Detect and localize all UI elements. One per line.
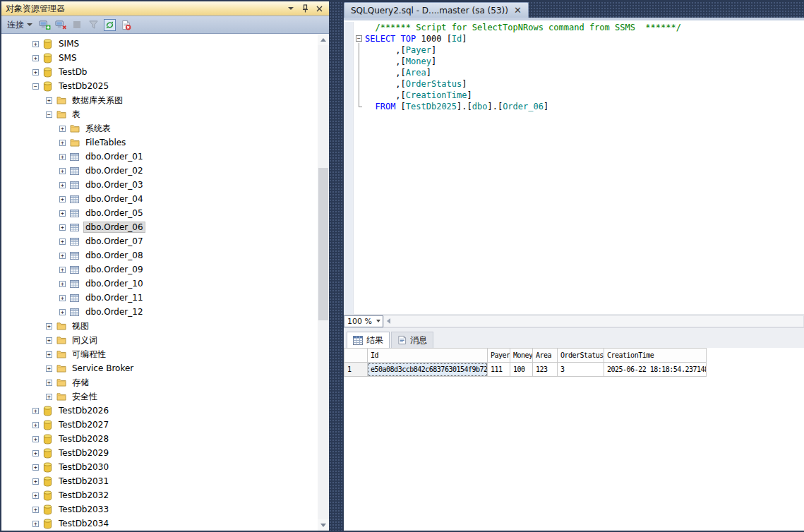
grid-column-header-Money[interactable]: Money	[510, 349, 533, 363]
tree-vertical-scrollbar[interactable]	[318, 34, 329, 531]
grid-cell[interactable]: 111	[488, 363, 510, 377]
expand-toggle-icon[interactable]: +	[32, 422, 39, 428]
script-error-icon[interactable]	[119, 18, 132, 31]
tree-item-存储[interactable]: +存储	[1, 375, 318, 389]
expand-toggle-icon[interactable]: +	[32, 507, 39, 513]
grid-cell[interactable]: 2025-06-22 18:18:54.2371483	[604, 363, 707, 377]
expand-toggle-icon[interactable]: +	[46, 394, 52, 400]
expand-toggle-icon[interactable]: +	[59, 267, 66, 273]
expand-toggle-icon[interactable]: +	[46, 323, 52, 330]
collapse-minus-icon[interactable]: −	[356, 35, 362, 42]
expand-toggle-icon[interactable]: +	[59, 196, 66, 202]
tree-item-TestDb2028[interactable]: +TestDb2028	[1, 432, 318, 446]
expand-toggle-icon[interactable]: +	[59, 168, 66, 174]
tree-item-SIMS[interactable]: +SIMS	[1, 37, 318, 51]
tree-item-表[interactable]: −表	[1, 107, 318, 121]
expand-toggle-icon[interactable]: +	[59, 140, 66, 146]
close-icon[interactable]	[313, 4, 325, 13]
expand-toggle-icon[interactable]: −	[46, 111, 52, 118]
expand-toggle-icon[interactable]: −	[32, 83, 39, 90]
tree-item-dbo.Order_02[interactable]: +dbo.Order_02	[1, 164, 318, 178]
grid-column-header-CreationTime[interactable]: CreationTime	[604, 349, 707, 363]
scroll-up-icon[interactable]	[318, 34, 329, 45]
scroll-left-icon[interactable]	[387, 318, 390, 324]
grid-row-header[interactable]: 1	[344, 363, 368, 377]
connect-server-icon[interactable]	[38, 18, 51, 31]
editor-horizontal-scrollbar[interactable]	[383, 315, 804, 327]
grid-column-header-Payer[interactable]: Payer	[488, 349, 510, 363]
tree-item-TestDb2030[interactable]: +TestDb2030	[1, 460, 318, 474]
stop-icon[interactable]	[71, 18, 83, 31]
tree-item-系统表[interactable]: +系统表	[1, 121, 318, 135]
expand-toggle-icon[interactable]: +	[59, 154, 66, 160]
grid-cell[interactable]: 123	[533, 363, 558, 377]
tree-item-TestDb2034[interactable]: +TestDb2034	[1, 516, 318, 531]
grid-column-header-Id[interactable]: Id	[368, 349, 488, 363]
expand-toggle-icon[interactable]: +	[59, 210, 66, 217]
expand-toggle-icon[interactable]: +	[32, 521, 39, 527]
expand-toggle-icon[interactable]: +	[59, 253, 66, 259]
tree-item-dbo.Order_10[interactable]: +dbo.Order_10	[1, 277, 318, 291]
tree-item-TestDb2029[interactable]: +TestDb2029	[1, 446, 318, 460]
grid-cell[interactable]: 3	[558, 363, 604, 377]
refresh-icon[interactable]	[103, 18, 116, 31]
chevron-down-icon[interactable]	[285, 4, 296, 13]
expand-toggle-icon[interactable]: +	[46, 337, 52, 344]
tree-item-dbo.Order_08[interactable]: +dbo.Order_08	[1, 248, 318, 262]
grid-cell[interactable]: 100	[510, 363, 533, 377]
pin-icon[interactable]	[299, 4, 311, 13]
grid-corner[interactable]	[344, 349, 368, 363]
expand-toggle-icon[interactable]: +	[59, 281, 66, 287]
expand-toggle-icon[interactable]: +	[59, 238, 66, 245]
expand-toggle-icon[interactable]: +	[46, 380, 52, 386]
expand-toggle-icon[interactable]: +	[46, 365, 52, 372]
tree-item-dbo.Order_07[interactable]: +dbo.Order_07	[1, 234, 318, 248]
tree-item-TestDb2033[interactable]: +TestDb2033	[1, 502, 318, 516]
filter-icon[interactable]	[87, 18, 100, 31]
tree-item-Service-Broker[interactable]: +Service Broker	[1, 361, 318, 375]
tree-item-dbo.Order_09[interactable]: +dbo.Order_09	[1, 262, 318, 277]
tree-item-SMS[interactable]: +SMS	[1, 51, 318, 65]
tree-item-TestDb[interactable]: +TestDb	[1, 65, 318, 79]
expand-toggle-icon[interactable]: +	[46, 97, 52, 104]
tree-item-FileTables[interactable]: +FileTables	[1, 135, 318, 150]
panel-splitter[interactable]	[329, 1, 344, 531]
grid-column-header-Area[interactable]: Area	[533, 349, 558, 363]
scrollbar-thumb[interactable]	[318, 168, 328, 320]
results-tab-结果[interactable]: 结果	[347, 332, 390, 348]
close-icon[interactable]: ✕	[514, 6, 522, 15]
grid-cell-selected[interactable]: e50a08d3ccb842c6837630154f9b724a	[368, 363, 488, 377]
tree-item-dbo.Order_03[interactable]: +dbo.Order_03	[1, 178, 318, 192]
tree-item-视图[interactable]: +视图	[1, 319, 318, 333]
tree-item-安全性[interactable]: +安全性	[1, 389, 318, 404]
tree-item-dbo.Order_06[interactable]: +dbo.Order_06	[1, 220, 318, 234]
grid-column-header-OrderStatus[interactable]: OrderStatus	[558, 349, 604, 363]
query-document-tab[interactable]: SQLQuery2.sql - D....master (sa (53)) ✕	[344, 2, 529, 18]
expand-toggle-icon[interactable]: +	[32, 478, 39, 485]
tree-item-dbo.Order_04[interactable]: +dbo.Order_04	[1, 192, 318, 206]
expand-toggle-icon[interactable]: +	[32, 436, 39, 442]
tree-item-同义词[interactable]: +同义词	[1, 333, 318, 347]
tree-item-TestDb2032[interactable]: +TestDb2032	[1, 488, 318, 502]
fold-collapse-toggle[interactable]: −	[354, 33, 365, 44]
tree-item-可编程性[interactable]: +可编程性	[1, 347, 318, 361]
tree-item-数据库关系图[interactable]: +数据库关系图	[1, 93, 318, 107]
disconnect-server-icon[interactable]	[54, 18, 67, 31]
expand-toggle-icon[interactable]: +	[32, 492, 39, 499]
tree-item-dbo.Order_11[interactable]: +dbo.Order_11	[1, 291, 318, 305]
results-tab-消息[interactable]: 消息	[391, 332, 433, 348]
tree-item-TestDb2031[interactable]: +TestDb2031	[1, 474, 318, 488]
tree-item-dbo.Order_12[interactable]: +dbo.Order_12	[1, 305, 318, 319]
expand-toggle-icon[interactable]: +	[59, 309, 66, 315]
sql-editor[interactable]: /****** Script for SelectTopNRows comman…	[344, 20, 804, 314]
zoom-level-dropdown[interactable]: 100 %	[344, 315, 383, 327]
expand-toggle-icon[interactable]: +	[32, 69, 39, 75]
tree-item-TestDb2026[interactable]: +TestDb2026	[1, 404, 318, 418]
tree-item-TestDb2025[interactable]: −TestDb2025	[1, 79, 318, 93]
scroll-down-icon[interactable]	[318, 519, 329, 531]
expand-toggle-icon[interactable]: +	[59, 182, 66, 188]
connect-button[interactable]: 连接	[5, 18, 35, 32]
expand-toggle-icon[interactable]: +	[46, 351, 52, 358]
expand-toggle-icon[interactable]: +	[32, 55, 39, 61]
expand-toggle-icon[interactable]: +	[32, 41, 39, 47]
